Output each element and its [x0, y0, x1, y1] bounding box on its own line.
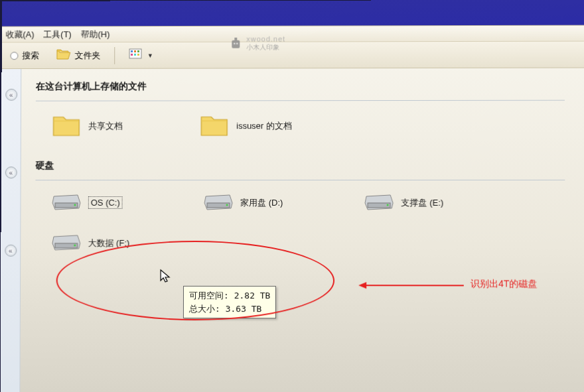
svg-point-12 [387, 204, 389, 206]
svg-point-8 [74, 204, 76, 206]
svg-rect-3 [137, 50, 139, 52]
folder-icon [51, 112, 82, 141]
menu-favorites[interactable]: 收藏(A) [6, 29, 35, 40]
collapse-chevron-icon[interactable]: « [5, 245, 17, 257]
search-button[interactable]: 搜索 [5, 46, 46, 65]
drive-label: 家用盘 (D:) [240, 196, 283, 208]
svg-rect-6 [137, 54, 139, 56]
section-drives: 硬盘 [36, 160, 579, 172]
svg-rect-1 [131, 50, 133, 52]
menu-help[interactable]: 帮助(H) [81, 29, 110, 40]
folders-button[interactable]: 文件夹 [50, 44, 106, 66]
folder-label: 共享文档 [88, 120, 123, 132]
hard-drive-icon [203, 191, 234, 214]
svg-point-14 [74, 244, 76, 246]
drive-tooltip: 可用空间: 2.82 TB 总大小: 3.63 TB [183, 286, 276, 318]
search-label: 搜索 [22, 50, 39, 62]
drive-c[interactable]: OS (C:) [47, 190, 127, 216]
radio-icon [10, 52, 18, 60]
main-pane: 在这台计算机上存储的文件 共享文档 [20, 68, 584, 392]
folder-open-icon [56, 48, 71, 63]
hard-drive-icon [51, 191, 82, 214]
drive-label: 大数据 (F:) [88, 237, 130, 249]
cursor-icon [159, 269, 173, 285]
drive-d[interactable]: 家用盘 (D:) [199, 190, 287, 216]
views-icon [129, 48, 143, 62]
collapse-chevron-icon[interactable]: « [5, 166, 17, 178]
folder-shared-docs[interactable]: 共享文档 [48, 110, 127, 141]
svg-rect-4 [131, 54, 133, 56]
collapse-chevron-icon[interactable]: « [5, 89, 17, 101]
section-files-stored: 在这台计算机上存储的文件 [36, 80, 578, 93]
task-sidebar: « « « [1, 69, 22, 392]
drive-e[interactable]: 支撑盘 (E:) [360, 190, 447, 216]
hard-drive-icon [51, 231, 82, 255]
hard-drive-icon [364, 191, 394, 214]
folder-icon [199, 111, 230, 140]
toolbar-separator [114, 47, 115, 64]
drive-label: OS (C:) [88, 196, 123, 209]
drive-f[interactable]: 大数据 (F:) [47, 230, 133, 256]
chevron-down-icon: ▼ [147, 52, 153, 58]
folder-label: issuser 的文档 [236, 120, 292, 132]
views-button[interactable]: ▼ [123, 45, 159, 66]
menu-tools[interactable]: 工具(T) [43, 29, 71, 40]
drive-label: 支撑盘 (E:) [402, 197, 444, 209]
folder-user-docs[interactable]: issuser 的文档 [195, 110, 295, 141]
svg-rect-2 [134, 50, 136, 52]
svg-rect-5 [134, 54, 136, 56]
menu-bar: 收藏(A) 工具(T) 帮助(H) [2, 26, 584, 43]
annotation-text: 识别出4T的磁盘 [471, 278, 538, 290]
toolbar: 搜索 文件夹 [2, 42, 584, 69]
folders-label: 文件夹 [75, 50, 101, 62]
explorer-window: 收藏(A) 工具(T) 帮助(H) 搜索 文件夹 [1, 25, 584, 392]
svg-point-10 [226, 204, 228, 206]
annotation-arrow [357, 280, 464, 291]
